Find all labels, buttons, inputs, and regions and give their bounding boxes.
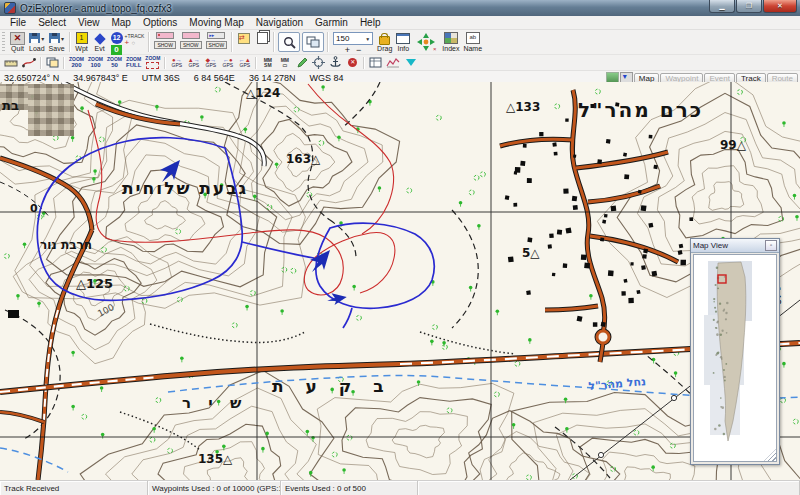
crosshair-icon xyxy=(312,56,325,69)
gps-arrow-icon xyxy=(326,288,347,309)
spot-height-163: 163△ xyxy=(286,152,320,166)
spot-height-5: 5△ xyxy=(522,246,540,260)
status-bar: Track Received Waypoints Used : 0 of 100… xyxy=(0,480,800,495)
pages-button[interactable] xyxy=(253,31,271,45)
waypoint-bar-icon xyxy=(156,32,174,39)
map-canvas[interactable]: △124 163△ △133 99△ 5△ △125 135△ גבעת שלו… xyxy=(0,82,800,480)
drag-map-button[interactable]: Drag xyxy=(375,31,394,53)
menu-bar: File Select View Map Options Moving Map … xyxy=(0,16,800,30)
contour-lines xyxy=(0,82,800,480)
show-waypoints-button[interactable]: SHOW xyxy=(152,31,178,50)
position-target-button[interactable] xyxy=(310,56,327,70)
waypoint-button[interactable]: 1 Wpt xyxy=(73,31,91,53)
zoom-100-button[interactable]: ZOOM100 xyxy=(86,56,105,70)
event-icon xyxy=(94,33,105,44)
move-waypoint-button[interactable] xyxy=(235,31,253,45)
copy-map-button[interactable] xyxy=(44,56,61,70)
spot-height-125: △125 xyxy=(76,276,113,291)
gps-get-waypoints-button[interactable]: ←●GPS xyxy=(219,56,236,70)
load-button[interactable]: ▾ Load xyxy=(27,31,47,53)
menu-map[interactable]: Map xyxy=(105,16,136,29)
censored-tile xyxy=(28,84,74,136)
zoom-full-button[interactable]: ZOOMFULL xyxy=(124,56,143,70)
zoom-level-select[interactable]: 150▼ xyxy=(333,32,373,45)
name-icon: ab xyxy=(466,32,480,44)
menu-select[interactable]: Select xyxy=(32,16,72,29)
track-bar-icon xyxy=(207,32,225,39)
zoom-window-button[interactable]: ZOOM xyxy=(143,56,162,70)
window-title: OziExplorer - amud_topo_fq.ozfx3 xyxy=(20,3,172,14)
zoom-200-button[interactable]: ZOOM200 xyxy=(67,56,86,70)
close-button[interactable]: ✕ xyxy=(763,0,797,13)
pages-icon xyxy=(257,32,268,44)
route-tool-button[interactable] xyxy=(20,56,38,70)
menu-options[interactable]: Options xyxy=(137,16,183,29)
track-profile-button[interactable] xyxy=(384,56,402,70)
route-icon xyxy=(22,57,36,68)
gps-send-tracks-button[interactable]: ▲→GPS xyxy=(185,56,202,70)
draw-track-button[interactable] xyxy=(293,56,310,70)
minimize-button[interactable]: ▁ xyxy=(709,0,735,13)
event-count-badge: 0 xyxy=(111,45,122,55)
pan-control[interactable]: × xyxy=(412,31,440,53)
map-index-button[interactable]: Index xyxy=(440,31,461,53)
main-toolbar: ✕ Quit ▾ Load ▾ Save 1 Wpt Evt 12 0 +TRA… xyxy=(0,30,800,54)
quit-icon: ✕ xyxy=(10,32,25,45)
map-view-resize-grip[interactable] xyxy=(764,449,776,461)
place-name-khirbet-nur: חרבת נור xyxy=(40,238,92,252)
ruler-button[interactable] xyxy=(2,56,20,70)
alarm-zone-button[interactable]: ✕ xyxy=(344,56,361,70)
map-info-button[interactable]: Info xyxy=(394,31,412,53)
menu-moving-map[interactable]: Moving Map xyxy=(183,16,249,29)
moving-map-config-button[interactable]: MM▭ xyxy=(276,56,293,70)
map-view-panel[interactable]: Map View ▫ xyxy=(690,238,780,465)
menu-garmin[interactable]: Garmin xyxy=(309,16,354,29)
status-waypoints-used: Waypoints Used : 0 of 10000 (GPS:1000) xyxy=(148,481,281,495)
map-view-title-bar[interactable]: Map View ▫ xyxy=(691,239,779,253)
secondary-toolbar: ZOOM200 ZOOM100 ZOOM50 ZOOMFULL ZOOM ●→G… xyxy=(0,54,800,70)
map-frame-button[interactable] xyxy=(367,56,384,70)
funnel-icon xyxy=(406,59,416,66)
windows-icon xyxy=(306,36,320,48)
toolbar-grip[interactable] xyxy=(2,32,5,52)
menu-file[interactable]: File xyxy=(4,16,32,29)
save-button[interactable]: ▾ Save xyxy=(47,31,67,53)
save-icon xyxy=(49,33,60,43)
event-button[interactable]: Evt xyxy=(91,31,109,53)
info-window-icon xyxy=(396,33,410,44)
spot-height-124: △124 xyxy=(246,86,280,100)
menu-help[interactable]: Help xyxy=(354,16,387,29)
gps-send-waypoints-button[interactable]: ●→GPS xyxy=(168,56,185,70)
add-point-icon[interactable]: + ○ xyxy=(125,39,136,47)
grid-label-0: 0 xyxy=(30,202,38,215)
maximize-button[interactable]: ❐ xyxy=(736,0,762,13)
map-name-button[interactable]: ab Name xyxy=(461,31,484,53)
zoom-out-button[interactable]: − xyxy=(356,46,361,54)
moving-map-start-button[interactable]: MMSM xyxy=(259,56,276,70)
show-tracks-button[interactable]: SHOW xyxy=(204,31,230,50)
place-name-bikat-b: ש י ר xyxy=(182,394,247,412)
status-events-used: Events Used : 0 of 500 xyxy=(281,481,418,495)
menu-navigation[interactable]: Navigation xyxy=(250,16,309,29)
show-events-button[interactable]: SHOW xyxy=(178,31,204,50)
track-filter-button[interactable] xyxy=(402,56,419,70)
spot-height-135: 135△ xyxy=(198,452,232,466)
map-view-overview[interactable] xyxy=(693,254,777,462)
anchor-icon xyxy=(330,56,341,69)
window-select-button[interactable] xyxy=(302,32,324,52)
ruler-icon xyxy=(4,58,18,68)
map-view-panel-button[interactable]: ▫ xyxy=(765,240,777,251)
status-spacer xyxy=(418,481,800,495)
gps-send-routes-button[interactable]: ◆→GPS xyxy=(202,56,219,70)
place-name-kerem-maharal: כרם מהר"ל xyxy=(578,98,703,122)
magnify-button[interactable] xyxy=(278,32,300,52)
zoom-50-button[interactable]: ZOOM50 xyxy=(105,56,124,70)
title-bar[interactable]: OziExplorer - amud_topo_fq.ozfx3 ▁ ❐ ✕ xyxy=(0,0,800,16)
anchor-alarm-button[interactable] xyxy=(327,56,344,70)
zoom-in-button[interactable]: + xyxy=(345,46,350,54)
magnifier-icon xyxy=(283,36,296,49)
gps-get-tracks-button[interactable]: ←▲GPS xyxy=(236,56,253,70)
quit-button[interactable]: ✕ Quit xyxy=(8,31,27,53)
track-point-counter: 12 0 xyxy=(111,32,123,55)
menu-view[interactable]: View xyxy=(72,16,106,29)
